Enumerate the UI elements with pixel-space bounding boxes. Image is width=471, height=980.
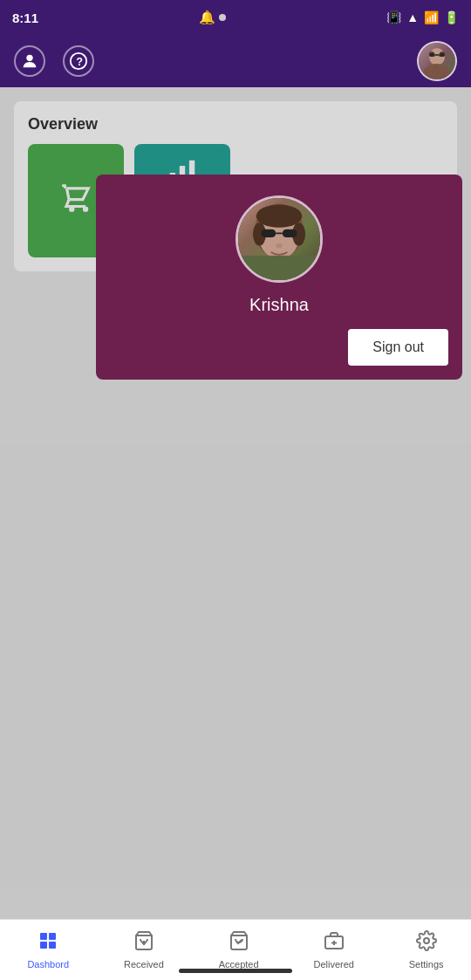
svg-point-15	[256, 205, 303, 228]
status-bar: 8:11 🔔 📳 ▲ 📶 🔋	[0, 0, 471, 35]
settings-nav-label: Settings	[409, 959, 444, 970]
nav-accepted[interactable]: Accepted	[212, 927, 266, 973]
dashboard-nav-icon	[38, 930, 58, 956]
status-time: 8:11	[12, 10, 38, 25]
profile-dropdown: Krishna Sign out	[96, 175, 462, 380]
svg-text:?: ?	[76, 55, 83, 68]
svg-rect-27	[49, 942, 56, 949]
wifi-icon: ▲	[406, 10, 419, 24]
signal-icon: 📶	[424, 10, 439, 24]
profile-large-avatar	[236, 195, 323, 283]
svg-rect-25	[49, 933, 56, 940]
received-nav-label: Received	[124, 959, 164, 970]
accepted-nav-icon	[229, 930, 249, 956]
nav-settings[interactable]: Settings	[402, 927, 451, 973]
person-circle-button[interactable]	[14, 45, 45, 77]
nav-received[interactable]: Received	[117, 927, 171, 973]
svg-point-4	[423, 64, 451, 79]
status-center-icons: 🔔	[199, 10, 226, 25]
delivered-nav-icon	[324, 930, 345, 956]
status-right-icons: 📳 ▲ 📶 🔋	[386, 10, 459, 24]
help-button[interactable]: ?	[63, 45, 94, 77]
svg-rect-8	[439, 53, 445, 57]
header-avatar[interactable]	[417, 41, 457, 81]
svg-point-21	[276, 243, 283, 249]
notification-icon: 🔔	[199, 10, 215, 25]
nav-delivered[interactable]: Delivered	[306, 927, 360, 973]
received-nav-icon	[133, 930, 154, 956]
svg-rect-18	[261, 230, 276, 237]
delivered-nav-label: Delivered	[313, 959, 353, 970]
svg-rect-23	[238, 256, 320, 280]
app-bar-left: ?	[14, 45, 94, 77]
vibrate-icon: 📳	[386, 10, 401, 24]
sign-out-button[interactable]: Sign out	[348, 329, 448, 366]
svg-rect-26	[40, 942, 47, 949]
svg-point-33	[424, 938, 429, 943]
svg-rect-7	[429, 53, 435, 57]
home-indicator	[179, 969, 292, 973]
dashboard-nav-label: Dashbord	[27, 959, 69, 970]
profile-avatar-image	[238, 198, 320, 280]
avatar-image	[419, 43, 455, 79]
main-content: Overview Orders	[0, 87, 471, 919]
notif-dot	[219, 14, 226, 21]
nav-dashboard[interactable]: Dashbord	[20, 927, 76, 973]
app-bar: ?	[0, 35, 471, 87]
svg-point-0	[26, 55, 32, 61]
settings-nav-icon	[416, 930, 437, 956]
svg-rect-19	[283, 230, 297, 237]
profile-name: Krishna	[249, 295, 309, 315]
battery-icon: 🔋	[444, 10, 459, 24]
svg-rect-24	[40, 933, 47, 940]
